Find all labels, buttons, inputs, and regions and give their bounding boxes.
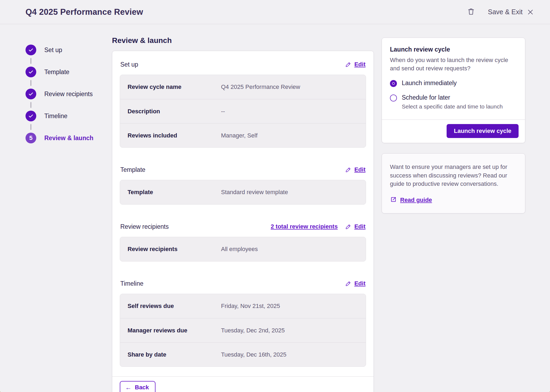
back-label: Back bbox=[135, 384, 149, 391]
launch-card-footer: Launch review cycle bbox=[382, 119, 525, 143]
review-launch-page: Q4 2025 Performance Review Save & Exit bbox=[0, 0, 550, 392]
row-label: Template bbox=[128, 189, 221, 196]
header-actions: Save & Exit bbox=[466, 6, 534, 18]
section-review-recipients: Review recipients 2 total review recipie… bbox=[120, 221, 366, 262]
edit-label: Edit bbox=[354, 166, 366, 173]
row-value: Friday, Nov 21st, 2025 bbox=[221, 303, 280, 310]
radio-launch-immediately[interactable]: Launch immediately bbox=[390, 79, 517, 87]
section-title: Timeline bbox=[120, 280, 143, 287]
stepper-label: Review recipients bbox=[44, 90, 93, 98]
page-header: Q4 2025 Performance Review Save & Exit bbox=[0, 0, 550, 24]
stepper-item-set-up[interactable]: Set up bbox=[26, 44, 112, 56]
radio-schedule-for-later[interactable]: Schedule for later Select a specific dat… bbox=[390, 94, 517, 110]
check-circle-icon bbox=[26, 67, 36, 77]
save-exit-label: Save & Exit bbox=[488, 8, 523, 16]
stepper-item-timeline[interactable]: Timeline bbox=[26, 110, 112, 122]
timeline-summary-box: Self reviews due Friday, Nov 21st, 2025 … bbox=[120, 294, 366, 367]
stepper-item-review-launch[interactable]: 5 Review & launch bbox=[26, 132, 112, 144]
section-title: Template bbox=[120, 166, 145, 173]
summary-row: Self reviews due Friday, Nov 21st, 2025 bbox=[120, 294, 366, 318]
read-guide-label: Read guide bbox=[400, 197, 432, 204]
section-title: Set up bbox=[120, 61, 138, 68]
section-template: Template Edit bbox=[120, 164, 366, 205]
save-exit-button[interactable]: Save & Exit bbox=[488, 8, 534, 16]
summary-row: Review cycle name Q4 2025 Performance Re… bbox=[120, 75, 366, 99]
row-label: Self reviews due bbox=[128, 303, 221, 310]
radio-unselected-icon[interactable] bbox=[390, 95, 397, 101]
summary-row: Description -- bbox=[120, 99, 366, 123]
stepper-connector bbox=[26, 100, 36, 110]
main-column: Review & launch Set up E bbox=[112, 24, 374, 392]
row-label: Reviews included bbox=[128, 132, 221, 139]
edit-review-recipients-link[interactable]: Edit bbox=[345, 223, 366, 230]
delete-button[interactable] bbox=[466, 6, 476, 18]
edit-set-up-link[interactable]: Edit bbox=[345, 61, 366, 68]
row-label: Share by date bbox=[128, 351, 221, 358]
launch-card-question: When do you want to launch the review cy… bbox=[390, 56, 517, 72]
pencil-icon bbox=[345, 61, 352, 68]
pencil-icon bbox=[345, 223, 352, 230]
plant-decoration-right bbox=[545, 387, 550, 392]
row-value: All employees bbox=[221, 246, 258, 253]
radio-label: Schedule for later bbox=[402, 94, 450, 101]
row-value: Q4 2025 Performance Review bbox=[221, 84, 300, 90]
stepper-label: Review & launch bbox=[44, 135, 93, 142]
edit-label: Edit bbox=[354, 223, 366, 230]
row-value: Standard review template bbox=[221, 189, 288, 196]
row-value: Tuesday, Dec 16th, 2025 bbox=[221, 351, 286, 358]
stepper-item-review-recipients[interactable]: Review recipients bbox=[26, 88, 112, 100]
stepper-item-template[interactable]: Template bbox=[26, 66, 112, 78]
stepper-label: Timeline bbox=[44, 112, 67, 120]
wizard-stepper: Set up Template Review recipients bbox=[26, 24, 112, 144]
guide-card: Want to ensure your managers are set up … bbox=[382, 153, 525, 213]
launch-review-cycle-button[interactable]: Launch review cycle bbox=[447, 124, 519, 138]
radio-helper-text: Select a specific date and time to launc… bbox=[402, 103, 503, 110]
read-guide-link[interactable]: Read guide bbox=[390, 196, 432, 204]
launch-review-cycle-card: Launch review cycle When do you want to … bbox=[382, 38, 525, 143]
section-timeline: Timeline Edit bbox=[120, 278, 366, 367]
page-title: Q4 2025 Performance Review bbox=[26, 7, 143, 17]
plant-decoration-left bbox=[0, 387, 5, 392]
card-footer: ← Back bbox=[112, 376, 374, 392]
edit-label: Edit bbox=[354, 61, 366, 68]
stepper-label: Template bbox=[44, 68, 69, 76]
edit-timeline-link[interactable]: Edit bbox=[345, 280, 366, 287]
template-summary-box: Template Standard review template bbox=[120, 180, 366, 205]
external-link-icon bbox=[390, 196, 397, 204]
stepper-connector bbox=[26, 78, 36, 88]
pencil-icon bbox=[345, 280, 352, 287]
close-icon bbox=[527, 9, 534, 16]
back-button[interactable]: ← Back bbox=[120, 381, 155, 392]
edit-template-link[interactable]: Edit bbox=[345, 166, 366, 173]
stepper-connector bbox=[26, 122, 36, 132]
step-number-badge: 5 bbox=[26, 133, 36, 143]
launch-card-title: Launch review cycle bbox=[390, 46, 517, 53]
radio-selected-icon[interactable] bbox=[390, 80, 397, 87]
radio-label: Launch immediately bbox=[402, 79, 457, 87]
section-set-up: Set up Edit bbox=[120, 59, 366, 148]
review-summary-card: Set up Edit bbox=[112, 51, 374, 392]
check-circle-icon bbox=[26, 111, 36, 121]
row-label: Review recipients bbox=[128, 246, 221, 253]
row-label: Manager reviews due bbox=[128, 327, 221, 334]
summary-row: Reviews included Manager, Self bbox=[120, 123, 366, 147]
page-heading: Review & launch bbox=[112, 36, 374, 45]
pencil-icon bbox=[345, 166, 352, 173]
trash-icon bbox=[467, 7, 475, 17]
summary-row: Template Standard review template bbox=[120, 180, 366, 204]
row-label: Review cycle name bbox=[128, 84, 221, 90]
row-value: -- bbox=[221, 108, 225, 115]
stepper-label: Set up bbox=[44, 46, 62, 54]
recipients-summary-box: Review recipients All employees bbox=[120, 237, 366, 262]
total-recipients-link[interactable]: 2 total review recipients bbox=[271, 223, 338, 230]
summary-row: Manager reviews due Tuesday, Dec 2nd, 20… bbox=[120, 318, 366, 342]
content-area: Set up Template Review recipients bbox=[0, 24, 550, 392]
section-title: Review recipients bbox=[120, 223, 169, 230]
set-up-summary-box: Review cycle name Q4 2025 Performance Re… bbox=[120, 75, 366, 148]
check-circle-icon bbox=[26, 45, 36, 55]
guide-text: Want to ensure your managers are set up … bbox=[390, 163, 517, 188]
arrow-left-icon: ← bbox=[125, 384, 132, 391]
edit-label: Edit bbox=[354, 280, 366, 287]
right-column: Launch review cycle When do you want to … bbox=[382, 24, 525, 213]
row-value: Manager, Self bbox=[221, 132, 258, 139]
